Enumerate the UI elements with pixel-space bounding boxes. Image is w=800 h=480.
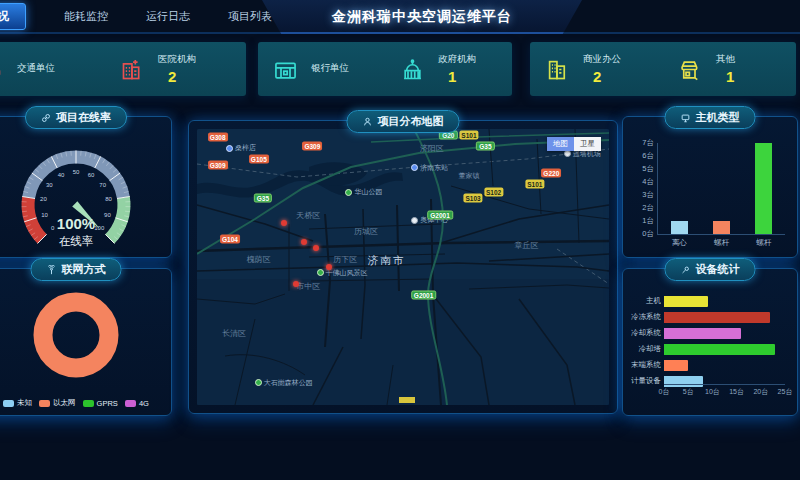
poi-label: 桑梓店 — [235, 143, 256, 153]
nav-tab-2[interactable]: 运行日志 — [146, 9, 190, 24]
svg-text:60: 60 — [88, 172, 95, 178]
poi-label: 千佛山风景区 — [326, 268, 368, 278]
legend-item-2[interactable]: GPRS — [83, 398, 118, 408]
project-marker[interactable] — [301, 239, 307, 245]
device-bar — [664, 312, 770, 323]
bar-column: 螺杆 — [713, 143, 730, 234]
host-type-bar-chart: 0台1台2台3台4台5台6台7台离心螺杆螺杆 — [657, 143, 785, 235]
device-row: 冷却系统 — [631, 327, 785, 339]
road-badge: G2001 — [427, 210, 453, 219]
svg-text:10: 10 — [41, 212, 48, 218]
stat-text: 银行单位 — [311, 62, 349, 77]
road-badge: G2001 — [411, 290, 437, 299]
bank-icon — [272, 56, 299, 83]
device-row: 冷冻系统 — [631, 311, 785, 323]
stat-text: 交通单位 — [17, 62, 55, 77]
x-tick: 15台 — [729, 387, 744, 397]
device-label: 主机 — [631, 296, 661, 306]
stat-label: 商业办公 — [583, 53, 621, 66]
map-district-label: 长清区 — [222, 328, 246, 339]
poi-dot-icon — [345, 189, 352, 196]
nav-tab-3[interactable]: 项目列表 — [228, 9, 272, 24]
office-icon — [544, 56, 571, 83]
stat-value: 1 — [726, 68, 735, 85]
device-bar — [664, 296, 708, 307]
stat-label: 医院机构 — [158, 53, 196, 66]
x-tick: 0台 — [659, 387, 670, 397]
poi-dot-icon — [564, 150, 571, 157]
x-axis-label: 螺杆 — [756, 238, 771, 248]
map-poi: 济南东站 — [411, 163, 448, 173]
x-axis-label: 螺杆 — [714, 238, 729, 248]
poi-dot-icon — [411, 164, 418, 171]
poi-dot-icon — [255, 379, 262, 386]
legend-item-3[interactable]: 4G — [125, 398, 149, 408]
online-rate-gauge: 0102030405060708090100100%在线率 — [0, 131, 161, 255]
dashboard-root: 概况能耗监控运行日志项目列表视频监控 金洲科瑞中央空调运维平台 交通单位医院机构… — [0, 0, 800, 480]
map-toggle-satellite[interactable]: 卫星 — [574, 137, 601, 151]
person-icon — [363, 117, 373, 127]
wrench-icon — [681, 265, 691, 275]
project-marker[interactable] — [293, 281, 299, 287]
nav-tab-1[interactable]: 能耗监控 — [64, 9, 108, 24]
device-stats-bar-chart: 主机冷冻系统冷却系统冷却塔末端系统计量设备0台5台10台15台20台25台 — [631, 295, 785, 397]
stat-item: 医院机构2 — [105, 42, 246, 96]
y-axis-tick: 1台 — [642, 216, 654, 226]
map-city-label: 济南市 — [368, 254, 406, 268]
device-bar — [664, 360, 688, 371]
stat-cards-row: 交通单位医院机构2银行单位政府机构1商业办公2其他1 — [0, 42, 800, 96]
panel-online-rate-header: 项目在线率 — [25, 106, 127, 129]
bar-离心 — [671, 221, 688, 234]
legend-swatch — [39, 400, 50, 407]
road-badge: G220 — [541, 169, 561, 178]
device-row: 主机 — [631, 295, 785, 307]
project-marker[interactable] — [313, 245, 319, 251]
road-badge: G309 — [302, 141, 322, 150]
car-icon — [0, 56, 5, 83]
map-poi: 桑梓店 — [226, 143, 256, 153]
device-bar — [664, 344, 775, 355]
nav-tab-0[interactable]: 概况 — [0, 3, 26, 30]
panel-title: 设备统计 — [696, 262, 740, 277]
panel-device-stats-header: 设备统计 — [665, 258, 756, 281]
svg-text:80: 80 — [105, 196, 112, 202]
panel-network-mode-header: 联网方式 — [31, 258, 122, 281]
y-axis-tick: 0台 — [642, 229, 654, 239]
project-marker[interactable] — [281, 220, 287, 226]
road-badge: S101 — [459, 130, 478, 139]
map-canvas[interactable]: 地图卫星 济南市天桥区历城区历下区市中区槐荫区长清区章丘区济阳区董家镇G308G… — [197, 129, 609, 405]
legend-item-1[interactable]: 以太网 — [39, 398, 76, 408]
map-toggle-map[interactable]: 地图 — [547, 137, 574, 151]
map-district-label: 济阳区 — [420, 143, 444, 154]
map-district-label: 槐荫区 — [247, 253, 271, 264]
legend-label: 以太网 — [53, 398, 76, 408]
legend-item-0[interactable]: 未知 — [3, 398, 32, 408]
stat-card-0: 交通单位医院机构2 — [0, 42, 246, 96]
svg-text:70: 70 — [99, 182, 106, 188]
stat-item: 商业办公2 — [530, 42, 663, 96]
project-marker[interactable] — [326, 264, 332, 270]
x-tick: 25台 — [778, 387, 793, 397]
panel-project-map: 项目分布地图 — [188, 120, 618, 414]
bars-area: 离心螺杆螺杆 — [658, 143, 785, 234]
network-legend: 未知以太网GPRS4G — [0, 398, 171, 408]
poi-label: 济南东站 — [420, 163, 448, 173]
road-badge: G105 — [249, 155, 269, 164]
panel-host-type: 主机类型 0台1台2台3台4台5台6台7台离心螺杆螺杆 — [622, 116, 798, 258]
government-icon — [399, 56, 426, 83]
hospital-icon — [119, 56, 146, 83]
shop-icon — [677, 56, 704, 83]
panel-network-mode: 联网方式 未知以太网GPRS4G — [0, 268, 172, 416]
stat-label: 银行单位 — [311, 62, 349, 75]
device-label: 计量设备 — [631, 376, 661, 386]
x-tick: 10台 — [705, 387, 720, 397]
antenna-icon — [47, 265, 57, 275]
map-poi: 大石崮森林公园 — [255, 378, 313, 388]
svg-text:100: 100 — [94, 225, 105, 231]
poi-dot-icon — [411, 217, 418, 224]
stat-item: 交通单位 — [0, 42, 105, 96]
y-axis-tick: 4台 — [642, 177, 654, 187]
svg-text:90: 90 — [104, 212, 111, 218]
road-badge: S103 — [463, 194, 482, 203]
svg-text:50: 50 — [73, 169, 80, 175]
